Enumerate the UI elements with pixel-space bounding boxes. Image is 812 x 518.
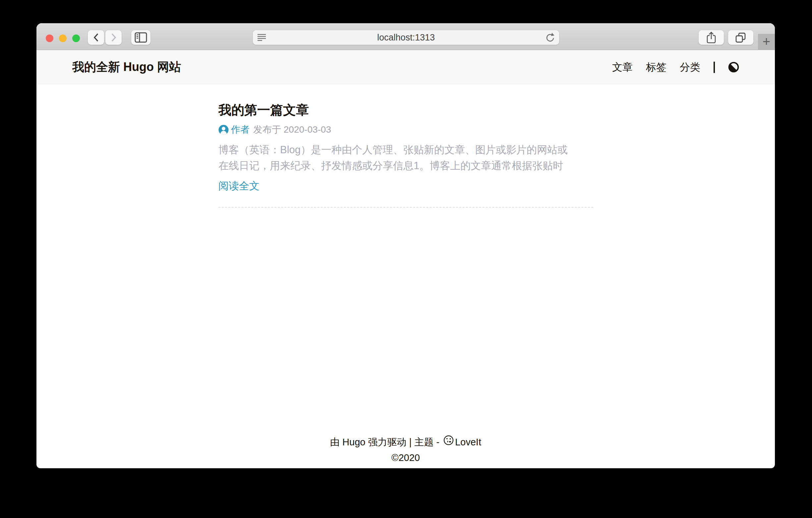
fullscreen-window-button[interactable] bbox=[72, 34, 80, 42]
address-bar[interactable]: localhost:1313 bbox=[253, 30, 559, 45]
sidebar-icon bbox=[135, 32, 147, 43]
theme-toggle-button[interactable] bbox=[728, 62, 739, 73]
forward-button[interactable] bbox=[106, 30, 122, 45]
post-title[interactable]: 我的第一篇文章 bbox=[219, 102, 593, 118]
post-author-link[interactable]: 作者 bbox=[231, 124, 250, 136]
tabs-icon bbox=[735, 32, 747, 43]
summary-line: 博客（英语：Blog）是一种由个人管理、张贴新的文章、图片或影片的网站或 bbox=[219, 142, 593, 158]
post-summary-card: 我的第一篇文章 作者 发布于 2020-03-03 博客（英语：Blo bbox=[219, 102, 593, 208]
nav-item-posts[interactable]: 文章 bbox=[612, 60, 633, 74]
nav-item-categories[interactable]: 分类 bbox=[680, 60, 700, 74]
close-window-button[interactable] bbox=[46, 34, 53, 42]
safari-window: localhost:1313 bbox=[36, 23, 775, 468]
chevron-left-icon bbox=[92, 32, 100, 43]
kiss-emoji-icon bbox=[442, 435, 455, 445]
post-publish-date: 发布于 2020-03-03 bbox=[253, 124, 331, 136]
sidebar-toggle-button[interactable] bbox=[131, 30, 150, 45]
footer-powered-line: 由 Hugo 强力驱动 | 主题 - LoveIt bbox=[36, 434, 775, 450]
reader-mode-icon[interactable] bbox=[257, 33, 266, 42]
site-header: 我的全新 Hugo 网站 文章 标签 分类 bbox=[36, 50, 775, 84]
site-footer: 由 Hugo 强力驱动 | 主题 - LoveIt ©2020 bbox=[36, 434, 775, 466]
footer-copyright: ©2020 bbox=[36, 450, 775, 466]
site-title[interactable]: 我的全新 Hugo 网站 bbox=[72, 59, 181, 75]
new-tab-button[interactable]: + bbox=[758, 34, 775, 50]
url-text: localhost:1313 bbox=[377, 32, 435, 43]
nav-item-tags[interactable]: 标签 bbox=[646, 60, 667, 74]
minimize-window-button[interactable] bbox=[59, 34, 67, 42]
post-divider bbox=[219, 207, 593, 208]
author-avatar-icon bbox=[219, 125, 229, 135]
footer-powered-text: 由 Hugo 强力驱动 | 主题 - bbox=[330, 437, 442, 447]
share-icon bbox=[706, 31, 717, 44]
back-button[interactable] bbox=[88, 30, 104, 45]
tab-overview-button[interactable] bbox=[728, 30, 753, 45]
summary-line: 在线日记，用来纪录、抒发情感或分享信息1。博客上的文章通常根据张贴时 bbox=[219, 158, 593, 174]
post-meta: 作者 发布于 2020-03-03 bbox=[219, 124, 593, 136]
theme-toggle-icon bbox=[728, 62, 739, 73]
site-nav: 文章 标签 分类 bbox=[612, 60, 739, 74]
share-button[interactable] bbox=[699, 30, 724, 45]
browser-toolbar: localhost:1313 bbox=[36, 23, 775, 50]
post-summary-text: 博客（英语：Blog）是一种由个人管理、张贴新的文章、图片或影片的网站或 在线日… bbox=[219, 142, 593, 174]
footer-theme-link[interactable]: LoveIt bbox=[455, 437, 481, 447]
chevron-right-icon bbox=[110, 32, 117, 43]
desktop-background: localhost:1313 bbox=[0, 0, 812, 518]
nav-separator bbox=[714, 62, 715, 73]
reload-icon[interactable] bbox=[545, 32, 555, 43]
read-more-link[interactable]: 阅读全文 bbox=[219, 179, 260, 193]
